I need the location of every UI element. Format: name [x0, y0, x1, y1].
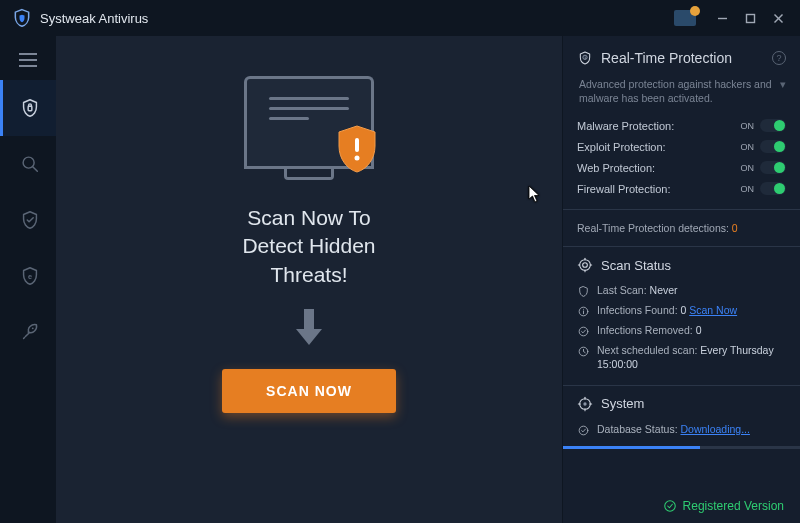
- svg-line-9: [32, 167, 37, 172]
- db-status-value: Downloading...: [680, 423, 749, 435]
- svg-point-18: [583, 263, 588, 268]
- svg-point-13: [355, 156, 360, 161]
- clock-icon: [577, 345, 590, 358]
- cursor-icon: [528, 185, 540, 203]
- scan-now-link[interactable]: Scan Now: [689, 304, 737, 316]
- infections-removed-row: Infections Removed: 0: [577, 321, 786, 341]
- check-circle-icon: [663, 499, 677, 513]
- advanced-description: Advanced protection against hackers and …: [577, 74, 786, 115]
- realtime-heading: i Real-Time Protection ?: [577, 50, 786, 66]
- scan-now-button[interactable]: SCAN NOW: [222, 369, 396, 413]
- sidebar-item-optimize[interactable]: [0, 304, 56, 360]
- svg-rect-12: [355, 138, 359, 152]
- app-title: Systweak Antivirus: [40, 11, 148, 26]
- svg-rect-14: [304, 309, 314, 329]
- headline: Scan Now To Detect Hidden Threats!: [242, 204, 375, 289]
- svg-rect-1: [746, 14, 754, 22]
- system-heading: System: [577, 396, 786, 412]
- protection-row-web: Web Protection: ON: [577, 157, 786, 178]
- svg-point-11: [31, 327, 33, 329]
- protection-row-malware: Malware Protection: ON: [577, 115, 786, 136]
- close-button[interactable]: [764, 4, 792, 32]
- sidebar-item-protection[interactable]: [0, 80, 56, 136]
- help-icon[interactable]: ?: [772, 51, 786, 65]
- svg-point-35: [664, 501, 675, 512]
- sidebar: e: [0, 36, 56, 523]
- svg-point-34: [579, 426, 588, 435]
- menu-button[interactable]: [0, 40, 56, 80]
- toggle-malware[interactable]: [760, 119, 786, 132]
- toggle-web[interactable]: [760, 161, 786, 174]
- svg-point-26: [579, 327, 588, 336]
- headline-l1: Scan Now To: [247, 206, 370, 229]
- protection-row-firewall: Firewall Protection: ON: [577, 178, 786, 199]
- info-icon: [577, 305, 590, 318]
- sidebar-item-scan[interactable]: [0, 136, 56, 192]
- title-bar: Systweak Antivirus: [0, 0, 800, 36]
- minimize-button[interactable]: [708, 4, 736, 32]
- credit-card-icon[interactable]: [674, 10, 696, 26]
- app-logo-icon: [12, 8, 32, 28]
- maximize-button[interactable]: [736, 4, 764, 32]
- threat-shield-icon: [335, 124, 379, 174]
- headline-l2: Detect Hidden: [242, 234, 375, 257]
- sidebar-item-privacy[interactable]: e: [0, 248, 56, 304]
- infections-found-row: Infections Found: 0 Scan Now: [577, 301, 786, 321]
- shield-check-icon: [577, 285, 590, 298]
- scan-status-heading: Scan Status: [577, 257, 786, 273]
- right-panel: i Real-Time Protection ? Advanced protec…: [562, 36, 800, 523]
- headline-l3: Threats!: [270, 263, 347, 286]
- svg-point-17: [580, 260, 591, 271]
- toggle-exploit[interactable]: [760, 140, 786, 153]
- arrow-down-icon: [292, 307, 326, 351]
- check-circle-icon: [577, 424, 590, 437]
- check-circle-icon: [577, 325, 590, 338]
- registered-footer: Registered Version: [663, 499, 784, 513]
- svg-text:e: e: [27, 272, 31, 281]
- detections-line: Real-Time Protection detections: 0: [577, 220, 786, 236]
- main-pane: Scan Now To Detect Hidden Threats! SCAN …: [56, 36, 562, 523]
- last-scan-row: Last Scan: Never: [577, 281, 786, 301]
- chevron-down-icon[interactable]: ▾: [780, 78, 786, 105]
- database-status-row: Database Status: Downloading...: [577, 420, 786, 440]
- sidebar-item-shield[interactable]: [0, 192, 56, 248]
- protection-row-exploit: Exploit Protection: ON: [577, 136, 786, 157]
- next-scheduled-row: Next scheduled scan: Every Thursday 15:0…: [577, 341, 786, 374]
- monitor-illustration: [244, 76, 374, 166]
- toggle-firewall[interactable]: [760, 182, 786, 195]
- svg-point-29: [583, 402, 586, 405]
- download-progress: [563, 446, 800, 449]
